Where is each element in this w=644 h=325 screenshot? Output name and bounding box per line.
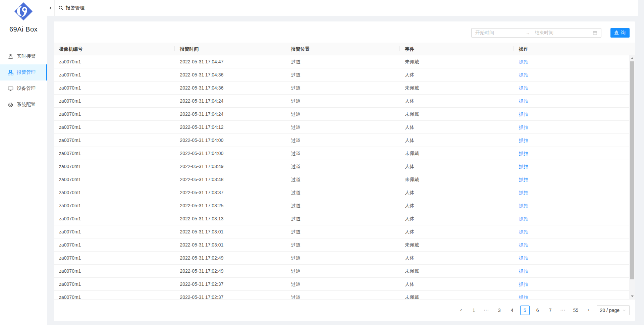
chevron-down-icon [623,309,626,312]
snapshot-link[interactable]: 抓拍 [519,59,528,64]
table-row: za0070m1 2022-05-31 17:02:37 过道 人体 抓拍 [54,278,629,291]
cell-event: 人体 [399,225,514,238]
snapshot-link[interactable]: 抓拍 [519,203,528,208]
cell-action: 抓拍 [514,212,629,225]
pagination-page-7[interactable]: 7 [546,306,555,315]
cell-action: 抓拍 [514,278,629,290]
pagination-page-6[interactable]: 6 [533,306,542,315]
page-size-value: 20 / page [600,308,620,313]
snapshot-link[interactable]: 抓拍 [519,138,528,143]
snapshot-link[interactable]: 抓拍 [519,111,528,117]
cell-time: 2022-05-31 17:04:24 [174,95,285,107]
page-search[interactable]: 报警管理 [55,0,85,16]
cell-event: 人体 [399,199,514,212]
sidebar-item-system-config[interactable]: 系统配置 [0,97,47,113]
sidebar-collapse-button[interactable] [47,0,55,16]
filter-toolbar: 开始时间 → 结束时间 查 询 [59,28,630,38]
pagination: ‹1•••34567•••55› 20 / page [59,305,630,316]
content-area: 报警管理 开始时间 → 结束时间 [47,0,638,325]
pagination-page-1[interactable]: 1 [469,306,479,315]
cell-action: 抓拍 [514,291,629,300]
table-row: za0070m1 2022-05-31 17:04:24 过道 人体 抓拍 [54,95,629,108]
cell-time: 2022-05-31 17:04:12 [174,121,285,133]
snapshot-link[interactable]: 抓拍 [519,255,528,261]
chevron-left-icon [49,6,53,10]
sidebar-item-realtime-alarm[interactable]: 实时接警 [0,48,47,64]
pagination-page-5[interactable]: 5 [520,306,530,315]
snapshot-link[interactable]: 抓拍 [519,124,528,130]
cell-action: 抓拍 [514,252,629,264]
cell-event: 人体 [399,95,514,107]
sidebar-item-label: 系统配置 [17,102,36,108]
snapshot-link[interactable]: 抓拍 [519,229,528,234]
pagination-page-3[interactable]: 3 [495,306,504,315]
page-size-select[interactable]: 20 / page [597,305,630,315]
snapshot-link[interactable]: 抓拍 [519,177,528,182]
pagination-ellipsis[interactable]: ••• [558,306,568,315]
table-row: za0070m1 2022-05-31 17:03:48 过道 未佩戴 抓拍 [54,173,629,186]
snapshot-link[interactable]: 抓拍 [519,151,528,156]
cell-action: 抓拍 [514,55,629,68]
calendar-icon [593,31,597,35]
cell-camera: za0070m1 [54,55,174,68]
header-scrollbar-filler [629,43,635,55]
cell-time: 2022-05-31 17:03:13 [174,212,285,225]
cell-location: 过道 [286,68,400,81]
pagination-page-4[interactable]: 4 [507,306,517,315]
pagination-ellipsis[interactable]: ••• [482,306,491,315]
col-header-action: 操作 [514,43,629,55]
topbar: 报警管理 [47,0,638,16]
cell-location: 过道 [286,55,400,68]
cell-event: 人体 [399,252,514,264]
cell-time: 2022-05-31 17:03:49 [174,160,285,173]
scroll-up-button[interactable] [629,55,635,61]
snapshot-link[interactable]: 抓拍 [519,98,528,104]
table-row: za0070m1 2022-05-31 17:04:00 过道 人体 抓拍 [54,134,629,147]
date-range-picker[interactable]: 开始时间 → 结束时间 [471,28,601,38]
query-button[interactable]: 查 询 [610,28,630,38]
table-row: za0070m1 2022-05-31 17:03:49 过道 人体 抓拍 [54,160,629,173]
col-header-time: 报警时间 [174,43,285,55]
cell-camera: za0070m1 [54,95,174,107]
cell-event: 未佩戴 [399,291,514,300]
table-row: za0070m1 2022-05-31 17:02:49 过道 人体 抓拍 [54,252,629,265]
cell-camera: za0070m1 [54,82,174,94]
cell-camera: za0070m1 [54,265,174,277]
sidebar-item-alarm-management[interactable]: 报警管理 [0,64,47,80]
cell-camera: za0070m1 [54,225,174,238]
cell-location: 过道 [286,134,400,147]
cell-action: 抓拍 [514,238,629,251]
cell-location: 过道 [286,186,400,199]
cell-event: 未佩戴 [399,55,514,68]
cell-time: 2022-05-31 17:02:49 [174,252,285,264]
snapshot-link[interactable]: 抓拍 [519,216,528,221]
snapshot-link[interactable]: 抓拍 [519,190,528,195]
col-header-event: 事件 [399,43,514,55]
snapshot-link[interactable]: 抓拍 [519,85,528,91]
cell-camera: za0070m1 [54,186,174,199]
start-time-placeholder: 开始时间 [475,30,526,36]
cell-action: 抓拍 [514,173,629,186]
table-row: za0070m1 2022-05-31 17:04:12 过道 人体 抓拍 [54,121,629,134]
diamond-69-logo-icon [14,2,33,21]
cell-location: 过道 [286,82,400,94]
table-row: za0070m1 2022-05-31 17:03:37 过道 人体 抓拍 [54,186,629,199]
cell-action: 抓拍 [514,68,629,81]
snapshot-link[interactable]: 抓拍 [519,268,528,274]
snapshot-link[interactable]: 抓拍 [519,242,528,248]
scroll-down-button[interactable] [629,293,635,299]
snapshot-link[interactable]: 抓拍 [519,294,528,300]
pagination-prev[interactable]: ‹ [457,306,466,315]
page-scrollbar-gutter [638,0,644,325]
cell-event: 未佩戴 [399,82,514,94]
snapshot-link[interactable]: 抓拍 [519,281,528,287]
snapshot-link[interactable]: 抓拍 [519,164,528,169]
snapshot-link[interactable]: 抓拍 [519,72,528,77]
pagination-next[interactable]: › [584,306,593,315]
cell-location: 过道 [286,160,400,173]
table-scrollbar[interactable] [629,55,635,299]
sidebar-item-device-management[interactable]: 设备管理 [0,80,47,97]
scrollbar-thumb[interactable] [630,61,634,279]
pagination-page-55[interactable]: 55 [571,306,581,315]
col-header-camera: 摄像机编号 [54,43,174,55]
